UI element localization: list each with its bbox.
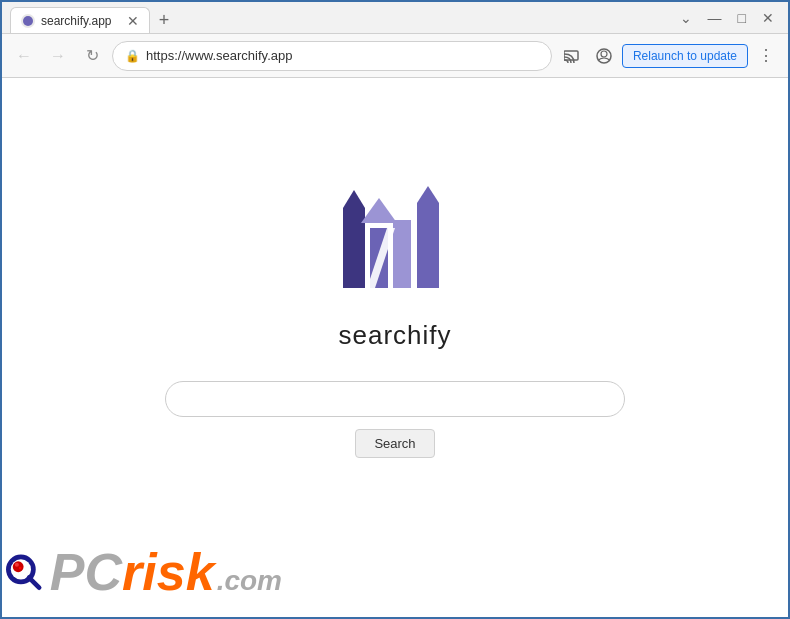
active-tab[interactable]: searchify.app ✕ (10, 7, 150, 33)
pcrisk-brand-text: PC risk .com (50, 546, 282, 598)
tab-favicon (21, 14, 35, 28)
risk-text: risk (122, 546, 215, 598)
svg-line-17 (29, 577, 39, 587)
relaunch-button[interactable]: Relaunch to update (622, 44, 748, 68)
pcrisk-watermark: PC risk .com (2, 527, 282, 617)
svg-point-16 (19, 566, 22, 569)
svg-marker-5 (343, 190, 365, 208)
tab-label: searchify.app (41, 14, 121, 28)
dotcom-text: .com (217, 567, 282, 595)
cast-button[interactable] (558, 42, 586, 70)
svg-marker-10 (417, 186, 439, 203)
brand-name: searchify (338, 320, 451, 351)
pcrisk-icon (2, 540, 46, 605)
searchify-logo (335, 178, 455, 308)
browser-menu-button[interactable]: ⋮ (752, 42, 780, 70)
search-input[interactable] (165, 381, 625, 417)
pc-text: PC (50, 546, 122, 598)
window-controls: ⌄ — □ ✕ (674, 8, 780, 28)
svg-point-12 (6, 554, 36, 584)
svg-rect-8 (393, 220, 411, 288)
profile-button[interactable] (590, 42, 618, 70)
nav-right-controls: Relaunch to update ⋮ (558, 42, 780, 70)
svg-rect-9 (417, 203, 439, 288)
svg-point-0 (23, 16, 33, 26)
search-button[interactable]: Search (355, 429, 434, 458)
browser-window: searchify.app ✕ + ⌄ — □ ✕ ← → ↻ 🔒 (0, 0, 790, 619)
svg-rect-4 (343, 208, 365, 288)
close-button[interactable]: ✕ (756, 8, 780, 28)
title-bar: searchify.app ✕ + ⌄ — □ ✕ (2, 2, 788, 34)
navigation-bar: ← → ↻ 🔒 Relaun (2, 34, 788, 78)
tab-close-button[interactable]: ✕ (127, 14, 139, 28)
new-tab-button[interactable]: + (150, 7, 178, 33)
address-bar[interactable]: 🔒 (112, 41, 552, 71)
svg-point-15 (15, 562, 19, 566)
minimize-button[interactable]: — (702, 8, 728, 28)
svg-marker-7 (361, 198, 397, 223)
reload-button[interactable]: ↻ (78, 42, 106, 70)
chevron-down-icon[interactable]: ⌄ (674, 8, 698, 28)
page-content: searchify Search PC risk .com (2, 78, 788, 617)
search-container: Search (165, 381, 625, 458)
svg-point-13 (11, 559, 31, 579)
forward-button[interactable]: → (44, 42, 72, 70)
back-button[interactable]: ← (10, 42, 38, 70)
svg-point-14 (13, 561, 24, 572)
tab-area: searchify.app ✕ + (10, 2, 666, 33)
svg-point-3 (601, 51, 607, 57)
maximize-button[interactable]: □ (732, 8, 752, 28)
logo-container: searchify (335, 178, 455, 351)
lock-icon: 🔒 (125, 49, 140, 63)
url-input[interactable] (146, 48, 539, 63)
